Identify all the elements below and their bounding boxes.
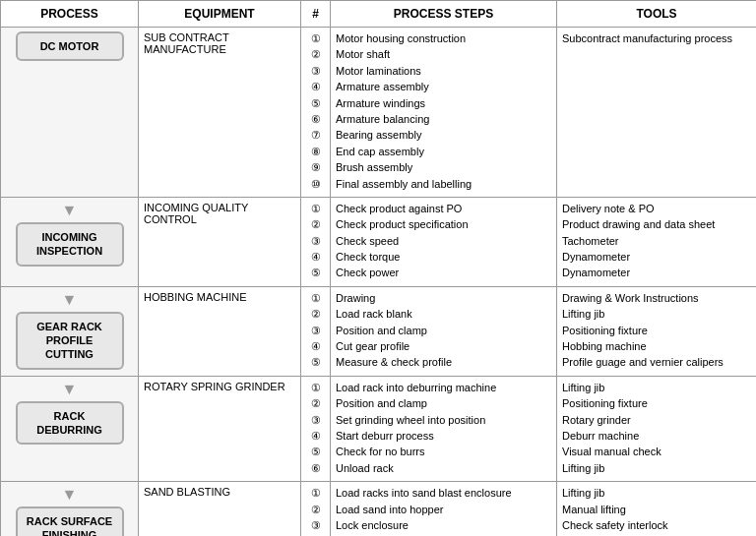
step-item: Motor shaft [336, 47, 551, 62]
arrow-down-icon: ▼ [6, 486, 133, 504]
step-item: Measure & check profile [336, 355, 551, 370]
step-number: ⑨ [306, 160, 325, 175]
tool-item: Positioning fixture [562, 396, 751, 411]
process-cell: ▼GEAR RACK PROFILE CUTTING [1, 286, 139, 376]
equipment-cell: SAND BLASTING [139, 482, 301, 536]
step-number: ③ [306, 234, 325, 249]
steps-cell: Motor housing constructionMotor shaftMot… [331, 28, 557, 198]
step-number: ⑤ [306, 96, 325, 111]
num-cell: ①②③④⑤⑥⑦ [301, 482, 331, 536]
step-item: Check speed [336, 234, 551, 249]
tool-item: Lifting jib [562, 381, 751, 395]
step-number: ① [306, 486, 325, 501]
step-item: Load rack blank [336, 307, 551, 322]
num-cell: ①②③④⑤ [301, 197, 331, 286]
step-item: Load sand into hopper [336, 503, 551, 517]
step-item: Drawing [336, 291, 551, 306]
step-item: Check product specification [336, 217, 551, 232]
step-number: ⑤ [306, 266, 325, 280]
step-item: Final assembly and labelling [336, 177, 551, 192]
equipment-cell: HOBBING MACHINE [139, 286, 301, 376]
step-item: Bearing assembly [336, 128, 551, 143]
process-box: RACK DEBURRING [16, 401, 124, 446]
header-process: PROCESS [1, 1, 139, 28]
tool-item: Lifting jib [562, 461, 751, 476]
process-box: DC MOTOR [16, 31, 124, 61]
equipment-cell: SUB CONTRACT MANUFACTURE [139, 28, 301, 198]
arrow-down-icon: ▼ [6, 381, 133, 398]
tools-cell: Delivery note & POProduct drawing and da… [557, 197, 757, 286]
tool-item: Positioning fixture [562, 324, 751, 338]
step-number: ⑥ [306, 461, 325, 476]
header-tools: TOOLS [557, 1, 757, 28]
step-number: ① [306, 202, 325, 216]
step-number: ④ [306, 429, 325, 444]
step-number: ② [306, 396, 325, 411]
tools-cell: Subcontract manufacturing process [557, 28, 757, 198]
tool-item: Rotary grinder [562, 413, 751, 428]
tool-item: Product drawing and data sheet [562, 217, 751, 232]
process-cell: ▼RACK SURFACE FINISHING [1, 482, 139, 536]
step-number: ⑤ [306, 445, 325, 459]
arrow-down-icon: ▼ [6, 202, 133, 219]
step-item: Load racks into sand blast enclosure [336, 486, 551, 501]
step-number: ② [306, 47, 325, 62]
step-number: ② [306, 503, 325, 517]
step-item: Position and clamp [336, 324, 551, 338]
tool-item: Deburr machine [562, 429, 751, 444]
header-num: # [301, 1, 331, 28]
step-item: Armature windings [336, 96, 551, 111]
tool-item: Subcontract manufacturing process [562, 31, 751, 46]
tool-item: Check safety interlock [562, 518, 751, 533]
step-number: ⑩ [306, 177, 325, 192]
step-number: ④ [306, 250, 325, 265]
step-item: Check for no burrs [336, 445, 551, 459]
step-item: Start deburr process [336, 429, 551, 444]
step-number: ③ [306, 413, 325, 428]
step-number: ④ [306, 80, 325, 94]
steps-cell: Load rack into deburring machinePosition… [331, 376, 557, 481]
equipment-cell: ROTARY SPRING GRINDER [139, 376, 301, 481]
process-cell: ▼INCOMING INSPECTION [1, 197, 139, 286]
step-item: Position and clamp [336, 396, 551, 411]
step-item: Check power [336, 266, 551, 280]
tool-item: Delivery note & PO [562, 202, 751, 216]
tool-item: Visual manual check [562, 445, 751, 459]
steps-cell: Load racks into sand blast enclosureLoad… [331, 482, 557, 536]
process-box: INCOMING INSPECTION [16, 222, 124, 267]
arrow-down-icon: ▼ [6, 291, 133, 309]
tool-item: Profile guage and vernier calipers [562, 355, 751, 370]
step-item: Armature balancing [336, 112, 551, 127]
tools-cell: Lifting jibManual liftingCheck safety in… [557, 482, 757, 536]
step-item: Check product against PO [336, 202, 551, 216]
tool-item: Lifting jib [562, 486, 751, 501]
tool-item: Drawing & Work Instructions [562, 291, 751, 306]
step-number: ③ [306, 518, 325, 533]
tools-cell: Drawing & Work InstructionsLifting jibPo… [557, 286, 757, 376]
step-item: Lock enclosure [336, 518, 551, 533]
process-cell: ▼RACK DEBURRING [1, 376, 139, 481]
step-item: Motor laminations [336, 64, 551, 79]
num-cell: ①②③④⑤⑥⑦⑧⑨⑩ [301, 28, 331, 198]
tool-item: Hobbing machine [562, 339, 751, 354]
tools-cell: Lifting jibPositioning fixtureRotary gri… [557, 376, 757, 481]
steps-cell: Check product against POCheck product sp… [331, 197, 557, 286]
step-number: ④ [306, 339, 325, 354]
step-item: Motor housing construction [336, 31, 551, 46]
step-number: ③ [306, 64, 325, 79]
process-cell: DC MOTOR [1, 28, 139, 198]
tool-item: Dynamometer [562, 250, 751, 265]
step-number: ① [306, 291, 325, 306]
step-number: ⑥ [306, 112, 325, 127]
header-steps: PROCESS STEPS [331, 1, 557, 28]
step-item: Set grinding wheel into position [336, 413, 551, 428]
num-cell: ①②③④⑤⑥ [301, 376, 331, 481]
num-cell: ①②③④⑤ [301, 286, 331, 376]
step-item: End cap assembly [336, 145, 551, 159]
step-item: Cut gear profile [336, 339, 551, 354]
tool-item: Dynamometer [562, 266, 751, 280]
step-number: ③ [306, 324, 325, 338]
tool-item: Manual lifting [562, 503, 751, 517]
step-item: Unload rack [336, 461, 551, 476]
main-table: PROCESS EQUIPMENT # PROCESS STEPS TOOLS … [0, 0, 756, 536]
